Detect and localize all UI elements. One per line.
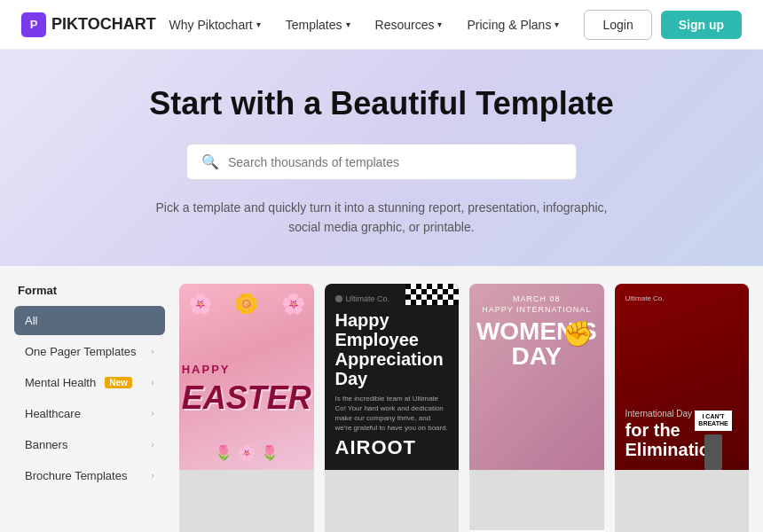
- flower-icon: 🌷: [215, 444, 232, 461]
- figure-silhouette: [704, 434, 722, 470]
- employee-body: Is the incredible team at Ultimate Co! Y…: [335, 394, 449, 434]
- easter-flowers: 🌸 🌼 🌸: [188, 293, 305, 316]
- hero-title: Start with a Beautiful Template: [18, 85, 745, 122]
- sidebar-banners-label: Banners: [25, 438, 67, 451]
- login-button[interactable]: Login: [584, 10, 651, 40]
- employee-title: Happy Employee Appreciation Day: [335, 310, 449, 388]
- nav-pricing[interactable]: Pricing & Plans ▾: [456, 11, 570, 39]
- checker-pattern: [405, 284, 459, 305]
- sidebar-item-one-pager[interactable]: One Pager Templates ›: [14, 337, 165, 366]
- employee-card-bg: Ultimate Co. Happy Employee Appreciation…: [325, 284, 460, 470]
- search-icon: 🔍: [201, 153, 219, 170]
- flower-icon: 🌷: [261, 444, 279, 461]
- templates-grid: 🌸 🌼 🌸 HAPPY EASTER 🌷 🌸 🌷: [179, 284, 749, 532]
- nav-links: Why Piktochart ▾ Templates ▾ Resources ▾…: [159, 11, 570, 39]
- hero-subtitle: Pick a template and quickly turn it into…: [18, 198, 745, 238]
- flower-icon: 🌸: [238, 444, 256, 461]
- hero-section: Start with a Beautiful Template 🔍 Pick a…: [0, 50, 763, 266]
- signup-button[interactable]: Sign up: [661, 11, 742, 39]
- sidebar-item-banners[interactable]: Banners ›: [14, 430, 165, 459]
- womens-emoji-icon: ✊: [562, 319, 594, 348]
- chevron-down-icon: ▾: [555, 20, 559, 29]
- sidebar-item-brochure[interactable]: Brochure Templates ›: [14, 461, 165, 490]
- sidebar-item-healthcare[interactable]: Healthcare ›: [14, 399, 165, 428]
- new-badge: New: [105, 377, 132, 388]
- sidebar-all-label: All: [25, 314, 37, 327]
- sidebar-section-label: Format: [14, 284, 165, 297]
- logo-text: PIKTOCHART: [51, 15, 156, 34]
- nav-why-piktochart[interactable]: Why Piktochart ▾: [159, 11, 271, 39]
- main-content: Format All One Pager Templates › Mental …: [0, 266, 763, 532]
- womens-date: MARCH 08: [513, 294, 561, 303]
- sidebar-mental-health-label: Mental Health: [25, 376, 96, 389]
- flower-icon: 🌸: [281, 293, 305, 316]
- nav-resources-label: Resources: [375, 18, 435, 32]
- logo-icon: P: [21, 12, 46, 37]
- sidebar-item-all[interactable]: All: [14, 306, 165, 335]
- easter-bottom-flowers: 🌷 🌸 🌷: [215, 444, 279, 461]
- employee-company-text: Ultimate Co.: [346, 294, 390, 303]
- chevron-right-icon: ›: [151, 470, 154, 481]
- company-dot-icon: [335, 295, 342, 302]
- chevron-down-icon: ▾: [256, 20, 261, 29]
- flower-icon: 🌸: [188, 293, 212, 316]
- navbar: P PIKTOCHART Why Piktochart ▾ Templates …: [0, 0, 763, 50]
- sidebar: Format All One Pager Templates › Mental …: [14, 284, 165, 532]
- chevron-right-icon: ›: [151, 346, 154, 356]
- template-card-easter[interactable]: 🌸 🌼 🌸 HAPPY EASTER 🌷 🌸 🌷: [179, 284, 314, 532]
- chevron-down-icon: ▾: [346, 20, 350, 29]
- womens-card-bg: MARCH 08 HAPPY INTERNATIONAL WOMEN'S DAY…: [469, 284, 604, 470]
- protest-sign: I CAN'TBREATHE: [695, 411, 731, 431]
- nav-templates[interactable]: Templates ▾: [275, 11, 361, 39]
- chevron-right-icon: ›: [151, 377, 154, 387]
- template-card-employee[interactable]: Ultimate Co. Happy Employee Appreciation…: [325, 284, 460, 532]
- flower-icon: 🌼: [234, 293, 258, 316]
- logo[interactable]: P PIKTOCHART: [21, 12, 156, 37]
- search-bar: 🔍: [186, 144, 577, 180]
- template-card-womens-day[interactable]: MARCH 08 HAPPY INTERNATIONAL WOMEN'S DAY…: [469, 284, 604, 532]
- hero-subtitle-line1: Pick a template and quickly turn it into…: [156, 200, 608, 215]
- easter-card-bg: 🌸 🌼 🌸 HAPPY EASTER 🌷 🌸 🌷: [179, 284, 314, 470]
- sidebar-item-mental-health[interactable]: Mental Health New ›: [14, 368, 165, 397]
- intl-card-bg: Ultimate Co. International Day for the E…: [615, 284, 750, 470]
- easter-main-text: EASTER: [182, 379, 311, 417]
- womens-sub: HAPPY INTERNATIONAL: [482, 305, 591, 314]
- nav-resources[interactable]: Resources ▾: [365, 11, 453, 39]
- employee-footer: AIROOT: [335, 436, 449, 459]
- intl-protest-figure: I CAN'TBREATHE: [687, 301, 740, 470]
- sidebar-one-pager-label: One Pager Templates: [25, 345, 137, 358]
- chevron-down-icon: ▾: [437, 20, 442, 29]
- sidebar-mental-health-left: Mental Health New: [25, 376, 132, 389]
- sidebar-healthcare-label: Healthcare: [25, 407, 81, 420]
- template-card-intl-day[interactable]: Ultimate Co. International Day for the E…: [615, 284, 750, 532]
- easter-happy-text: HAPPY: [182, 363, 311, 376]
- nav-templates-label: Templates: [286, 18, 342, 32]
- search-input[interactable]: [228, 155, 562, 169]
- chevron-right-icon: ›: [151, 408, 154, 419]
- nav-pricing-label: Pricing & Plans: [467, 18, 551, 32]
- nav-why-label: Why Piktochart: [169, 18, 253, 32]
- chevron-right-icon: ›: [151, 439, 154, 450]
- nav-buttons: Login Sign up: [584, 10, 742, 40]
- hero-subtitle-line2: social media graphic, or printable.: [288, 220, 474, 234]
- sidebar-brochure-label: Brochure Templates: [25, 469, 127, 482]
